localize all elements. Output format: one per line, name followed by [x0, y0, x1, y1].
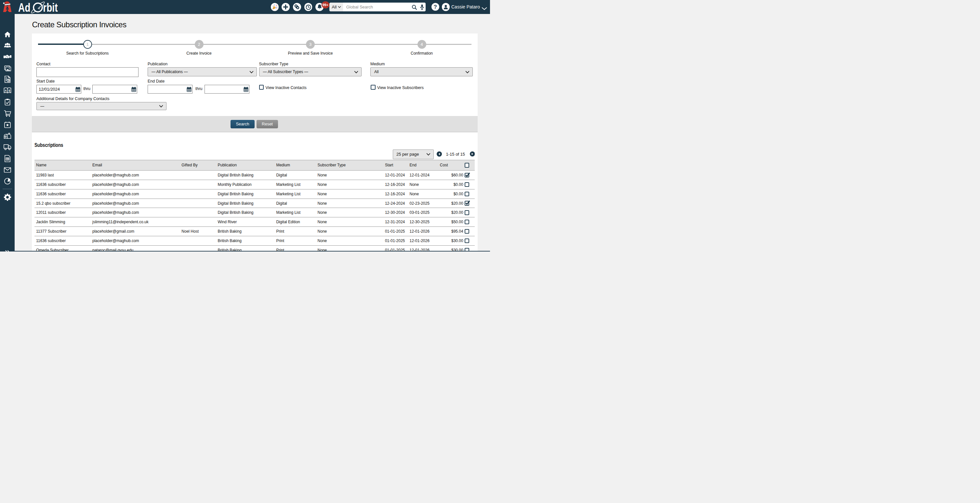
- svg-text:$: $: [8, 89, 10, 92]
- svg-text:A: A: [5, 89, 7, 92]
- svg-text:$: $: [8, 79, 9, 82]
- svg-text:W2: W2: [6, 158, 9, 160]
